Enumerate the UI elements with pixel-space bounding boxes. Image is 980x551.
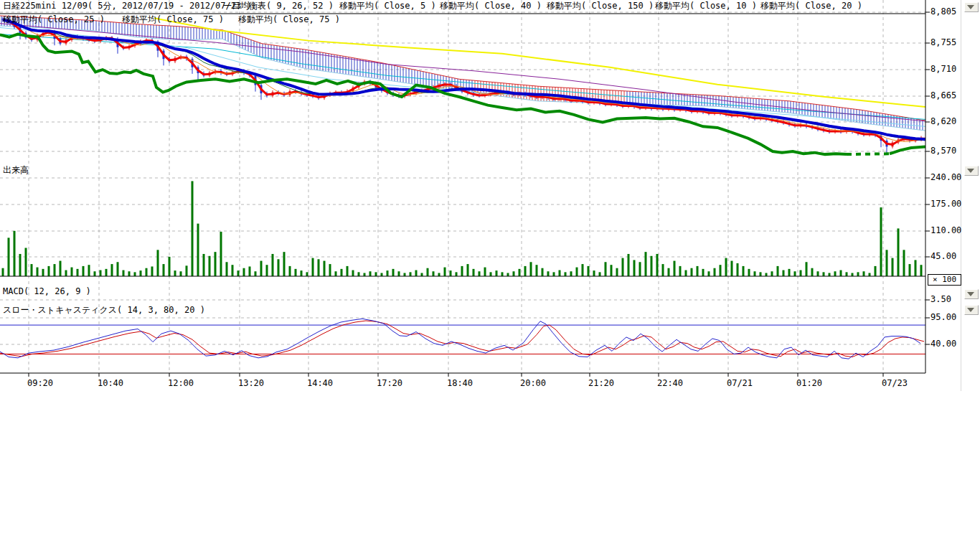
volume-bar [197, 224, 199, 276]
time-axis-label: 18:40 [447, 378, 473, 388]
volume-bar [570, 271, 573, 276]
volume-bar [318, 259, 320, 276]
volume-bar [616, 268, 618, 276]
volume-unit-multiplier-box: × 100 [928, 274, 961, 286]
ichimoku-chikou-line-tail [890, 146, 925, 154]
volume-axis-label: 110.00 [930, 225, 961, 235]
volume-bar [875, 266, 877, 276]
header-indicator-label: 一目均衡表( 9, 26, 52 ) [223, 0, 334, 12]
volume-bar [341, 269, 343, 276]
chart-canvas[interactable] [0, 0, 980, 402]
volume-bar [754, 271, 756, 276]
volume-bar [266, 265, 268, 276]
price-axis-label: 8,570 [930, 146, 956, 156]
panel-collapse-button[interactable] [964, 305, 979, 315]
volume-bar [450, 270, 452, 276]
volume-bar [656, 254, 659, 276]
volume-bar [679, 266, 682, 276]
panel-collapse-button[interactable] [964, 166, 979, 176]
volume-bar [203, 254, 205, 276]
volume-bar [915, 260, 917, 276]
volume-bar [433, 271, 435, 276]
volume-bar [289, 266, 291, 276]
panel-collapse-button[interactable] [964, 2, 979, 12]
volume-bar [71, 268, 73, 276]
chart-application-window: 日経225mini 12/09( 5分, 2012/07/19 - 2012/0… [0, 0, 980, 551]
volume-bar [128, 271, 131, 276]
price-axis-label: 8,710 [930, 64, 956, 74]
header-indicator-label: 移動平均( Close, 75 ) [122, 14, 224, 25]
time-axis-label: 21:20 [588, 378, 614, 388]
time-axis-label: 10:40 [98, 378, 123, 388]
time-axis-label: 07/21 [727, 378, 753, 388]
volume-bar [697, 266, 699, 276]
volume-bar [473, 269, 475, 276]
volume-bar [886, 250, 888, 276]
volume-bar [519, 269, 521, 276]
volume-bar [461, 266, 463, 276]
volume-bar [83, 266, 85, 276]
volume-bar [702, 269, 705, 276]
volume-bar [88, 265, 90, 276]
chevron-down-icon [967, 308, 974, 312]
volume-bar [220, 232, 222, 276]
header-indicator-label: 移動平均( Close, 25 ) [3, 14, 105, 25]
volume-bar [651, 256, 653, 276]
volume-bar [829, 273, 831, 276]
volume-bar [840, 270, 842, 276]
stoch-axis-label: 95.00 [930, 312, 956, 322]
volume-bar [421, 273, 423, 276]
volume-bar [169, 257, 171, 276]
volume-bar [530, 262, 532, 276]
volume-bar [283, 252, 286, 276]
volume-bar [588, 266, 590, 276]
time-axis-label: 14:40 [307, 378, 333, 388]
panel-collapse-button[interactable] [964, 289, 979, 299]
volume-bar [501, 272, 504, 276]
stoch-axis-label: 40.00 [930, 339, 956, 349]
price-axis-label: 8,620 [930, 116, 956, 126]
header-indicator-label: 移動平均( Close, 5 ) [339, 0, 436, 12]
volume-bar [691, 268, 693, 276]
stoch-d-line [0, 321, 924, 357]
volume-bar [674, 261, 676, 276]
volume-bar [37, 268, 39, 276]
volume-bar [438, 273, 440, 276]
volume-bar [381, 273, 383, 276]
volume-bar [215, 252, 217, 276]
volume-bar [599, 272, 601, 276]
volume-bar [622, 258, 624, 276]
header-indicator-label: 移動平均( Close, 150 ) [547, 0, 654, 12]
volume-bar [524, 266, 527, 276]
volume-bar [347, 266, 349, 276]
volume-bar [19, 254, 22, 276]
volume-bar [920, 265, 923, 276]
ma-line-移動平均(Close,20) [3, 20, 927, 141]
volume-bar [863, 271, 865, 276]
macd-panel-label: MACD( 12, 26, 9 ) [3, 286, 91, 296]
volume-bar [352, 270, 354, 276]
time-axis-label: 01:20 [796, 378, 822, 388]
volume-bar [272, 254, 274, 276]
volume-bar [100, 270, 102, 276]
volume-bar [312, 258, 314, 276]
volume-bar [77, 269, 79, 276]
time-axis-label: 20:00 [520, 378, 546, 388]
volume-bar [192, 181, 194, 276]
volume-bar [324, 261, 326, 276]
volume-bar [737, 263, 739, 276]
chevron-down-icon [967, 169, 974, 173]
volume-bar [364, 273, 366, 276]
plot-area[interactable] [0, 0, 928, 373]
volume-bar [25, 248, 27, 276]
price-axis-label: 8,805 [930, 6, 956, 17]
volume-bar [249, 266, 251, 276]
volume-bar [513, 271, 515, 276]
macd-axis-label: 3.50 [930, 294, 951, 304]
header-indicator-label: 移動平均( Close, 75 ) [238, 14, 340, 25]
header-indicator-label: 移動平均( Close, 40 ) [440, 0, 542, 12]
time-axis-label: 12:00 [168, 378, 194, 388]
volume-bar [639, 262, 641, 276]
volume-bar [897, 228, 900, 276]
volume-bar [765, 273, 768, 276]
